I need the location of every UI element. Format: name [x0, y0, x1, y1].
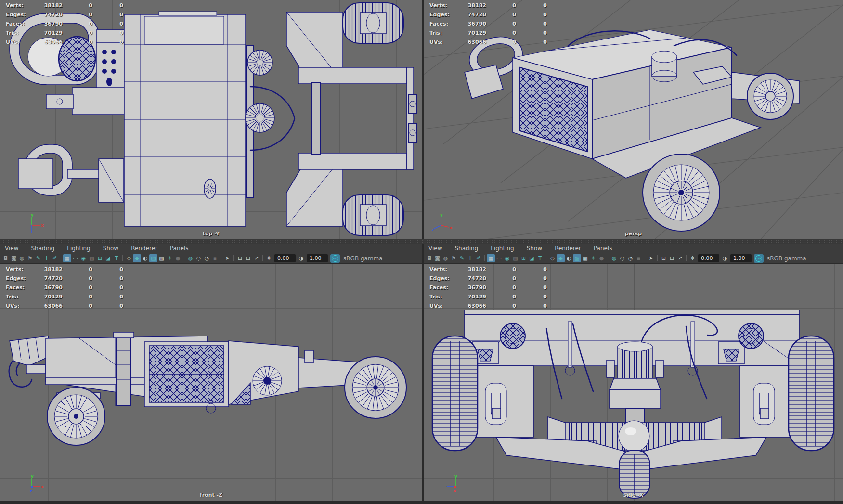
menu-shading[interactable]: Shading — [31, 245, 54, 252]
image-plane-icon[interactable]: ⊡ — [236, 254, 244, 262]
field-chart-icon[interactable]: ⊞ — [96, 254, 104, 262]
contrast-icon[interactable]: ◑ — [297, 254, 305, 262]
toolbar-separator — [221, 255, 221, 261]
viewport-top-y[interactable]: Verts:3818200Edges:7472000Faces:3679000T… — [0, 0, 422, 239]
safe-title-icon[interactable]: T — [536, 254, 544, 262]
isolate-select-icon[interactable]: ➤ — [223, 254, 232, 262]
menu-lighting[interactable]: Lighting — [67, 245, 91, 252]
wireframe-cube-icon[interactable]: ◇ — [548, 254, 557, 262]
hud-stat-value: 38182 — [38, 1, 63, 10]
menu-renderer[interactable]: Renderer — [131, 245, 157, 252]
lights-icon[interactable]: ☀ — [166, 254, 174, 262]
menu-show[interactable]: Show — [527, 245, 542, 252]
color-management-toggle[interactable]: on — [330, 254, 340, 263]
depth-peeling-icon[interactable]: ▪ — [211, 254, 219, 262]
texture-view-icon[interactable]: ⊟ — [244, 254, 252, 262]
use-default-material-icon[interactable]: ▩ — [581, 254, 589, 262]
pop-panel-icon[interactable]: ↗ — [676, 254, 684, 262]
grid-icon[interactable]: ▦ — [63, 254, 71, 262]
menu-panels[interactable]: Panels — [594, 245, 612, 252]
multisampling-icon[interactable]: ◔ — [626, 254, 635, 262]
bookmark-icon[interactable]: ⚑ — [26, 254, 34, 262]
pop-panel-icon[interactable]: ↗ — [252, 254, 260, 262]
use-default-material-icon[interactable]: ▩ — [157, 254, 166, 262]
safe-title-icon[interactable]: T — [112, 254, 120, 262]
smooth-shade-icon[interactable]: ◆ — [133, 254, 141, 262]
axis-gizmo: yxz — [431, 212, 454, 235]
hud-stat-value: 38182 — [461, 265, 486, 274]
textured-icon[interactable]: ▨ — [573, 254, 581, 262]
grid-icon[interactable]: ▦ — [487, 254, 495, 262]
panel-front-z: ViewShadingLightingShowRendererPanels ◘◙… — [0, 244, 422, 501]
wireframe-cube-icon[interactable]: ◇ — [125, 254, 133, 262]
viewport-side-x[interactable]: Verts:3818200Edges:7472000Faces:3679000T… — [424, 264, 843, 501]
field-chart-icon[interactable]: ⊞ — [519, 254, 528, 262]
contrast-field[interactable]: 1.00 — [730, 254, 752, 262]
wedge-tool-icon[interactable]: ✐ — [51, 254, 59, 262]
depth-peeling-icon[interactable]: ▪ — [635, 254, 643, 262]
hud-stat-row: Tris:7012900 — [429, 292, 547, 301]
lights-icon[interactable]: ☀ — [589, 254, 597, 262]
shadows-icon[interactable]: ● — [174, 254, 182, 262]
menu-lighting[interactable]: Lighting — [491, 245, 514, 252]
isolate-select-icon[interactable]: ➤ — [647, 254, 655, 262]
safe-action-icon[interactable]: ◪ — [104, 254, 112, 262]
safe-action-icon[interactable]: ◪ — [528, 254, 536, 262]
film-gate-icon[interactable]: ▭ — [71, 254, 79, 262]
horizontal-panel-divider[interactable] — [0, 239, 843, 244]
film-gate-icon[interactable]: ▭ — [495, 254, 503, 262]
grease-pencil-icon[interactable]: ✎ — [34, 254, 42, 262]
hud-stat-label: Faces: — [429, 283, 461, 292]
color-management-toggle[interactable]: on — [754, 254, 764, 263]
texture-view-icon[interactable]: ⊟ — [668, 254, 676, 262]
exposure-field[interactable]: 0.00 — [698, 254, 719, 262]
pan-zoom-icon[interactable]: ✛ — [466, 254, 474, 262]
pan-zoom-icon[interactable]: ✛ — [42, 254, 51, 262]
hud-stat-label: Faces: — [6, 283, 38, 292]
lock-camera-icon[interactable]: ◙ — [10, 254, 18, 262]
menu-shading[interactable]: Shading — [454, 245, 478, 252]
camera-attributes-icon[interactable]: ◍ — [18, 254, 26, 262]
select-camera-icon[interactable]: ◘ — [1, 254, 10, 262]
gate-mask-icon[interactable]: ▩ — [88, 254, 96, 262]
panel-toolbar: ◘◙◍⚑✎✛✐▦▭◉▩⊞◪T◇◆◐▨▩☀●◍◌◔▪➤⊡⊟↗❋0.00◑1.00o… — [0, 253, 422, 264]
textured-icon[interactable]: ▨ — [149, 254, 157, 262]
multisampling-icon[interactable]: ◔ — [203, 254, 211, 262]
menu-view[interactable]: View — [5, 245, 18, 252]
contrast-icon[interactable]: ◑ — [721, 254, 729, 262]
motion-blur-icon[interactable]: ◌ — [618, 254, 626, 262]
hud-stat-label: Edges: — [429, 10, 461, 19]
hud-stat-value: 70129 — [461, 28, 486, 38]
viewport-persp[interactable]: Verts:3818200Edges:7472000Faces:3679000T… — [424, 0, 843, 239]
image-plane-icon[interactable]: ⊡ — [660, 254, 668, 262]
exposure-field[interactable]: 0.00 — [274, 254, 296, 262]
exposure-icon[interactable]: ❋ — [265, 254, 273, 262]
wireframe-on-shaded-icon[interactable]: ◐ — [141, 254, 149, 262]
exposure-icon[interactable]: ❋ — [688, 254, 697, 262]
hud-stat-label: Tris: — [429, 292, 461, 301]
smooth-shade-icon[interactable]: ◆ — [557, 254, 565, 262]
select-camera-icon[interactable]: ◘ — [425, 254, 433, 262]
viewport-front-z[interactable]: Verts:3818200Edges:7472000Faces:3679000T… — [0, 264, 422, 501]
resolution-gate-icon[interactable]: ◉ — [79, 254, 88, 262]
ambient-occlusion-icon[interactable]: ◍ — [186, 254, 195, 262]
contrast-field[interactable]: 1.00 — [307, 254, 328, 262]
ambient-occlusion-icon[interactable]: ◍ — [610, 254, 618, 262]
wedge-tool-icon[interactable]: ✐ — [474, 254, 482, 262]
gamma-label: sRGB gamma — [343, 255, 383, 262]
menu-show[interactable]: Show — [103, 245, 118, 252]
gate-mask-icon[interactable]: ▩ — [511, 254, 519, 262]
motion-blur-icon[interactable]: ◌ — [195, 254, 203, 262]
shadows-icon[interactable]: ● — [597, 254, 606, 262]
hud-stat-row: Tris:7012900 — [6, 28, 123, 38]
grease-pencil-icon[interactable]: ✎ — [458, 254, 466, 262]
camera-attributes-icon[interactable]: ◍ — [441, 254, 450, 262]
wireframe-on-shaded-icon[interactable]: ◐ — [565, 254, 573, 262]
menu-renderer[interactable]: Renderer — [555, 245, 581, 252]
menu-view[interactable]: View — [428, 245, 442, 252]
lock-camera-icon[interactable]: ◙ — [433, 254, 441, 262]
bookmark-icon[interactable]: ⚑ — [450, 254, 458, 262]
menu-panels[interactable]: Panels — [170, 245, 189, 252]
hud-stat-col1: 0 — [486, 301, 516, 310]
resolution-gate-icon[interactable]: ◉ — [503, 254, 511, 262]
